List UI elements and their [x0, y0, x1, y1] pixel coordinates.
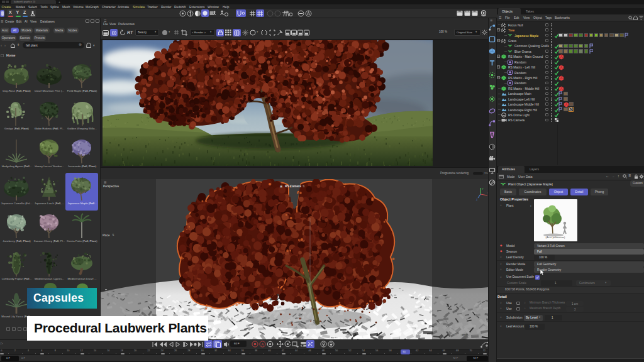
svg-text:A: A [261, 343, 264, 346]
svg-text:Z: Z [476, 198, 478, 201]
svg-text:(Acer palmatum): (Acer palmatum) [546, 236, 566, 239]
svg-text:Y: Y [482, 187, 484, 190]
